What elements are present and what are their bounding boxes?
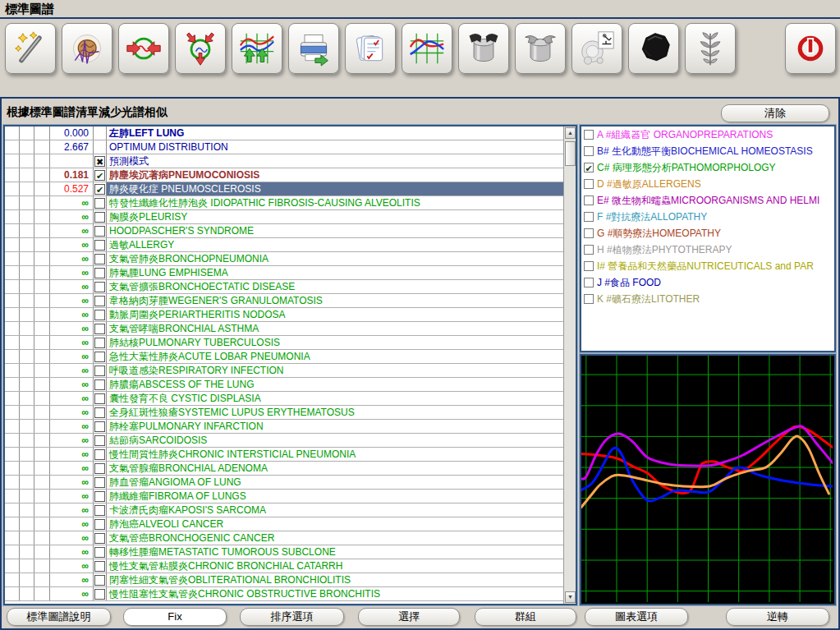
etalon-label[interactable]: 呼吸道感染RESPIRATORY INFECTION bbox=[107, 364, 563, 377]
etalon-checkbox[interactable] bbox=[94, 435, 105, 446]
toolbar-button-vegeto-test-in[interactable] bbox=[458, 23, 509, 74]
etalon-label[interactable]: OPTIMUM DISTRIBUTION bbox=[107, 140, 563, 154]
etalon-row[interactable]: ∞ 肺膿瘍ABSCESS OF THE LUNG bbox=[5, 378, 563, 392]
category-item[interactable]: K #礦石療法LITOTHER bbox=[581, 291, 834, 307]
etalon-checkbox[interactable] bbox=[94, 533, 105, 544]
etalon-row[interactable]: ✖ 預測模式 bbox=[5, 154, 563, 168]
etalon-checkbox[interactable] bbox=[94, 254, 105, 264]
clear-button[interactable]: 清除 bbox=[721, 104, 829, 122]
toolbar-button-card-index[interactable] bbox=[345, 23, 396, 74]
category-checkbox[interactable] bbox=[584, 278, 594, 287]
fix-button[interactable]: Fix bbox=[123, 608, 227, 626]
etalon-label[interactable]: 肺纖維瘤FIBROMA OF LUNGS bbox=[107, 490, 563, 503]
etalon-checkbox[interactable]: ✔ bbox=[94, 184, 105, 195]
invert-button[interactable]: 逆轉 bbox=[726, 608, 829, 626]
etalon-row[interactable]: ∞ 支氣管癌BRONCHOGENIC CANCER bbox=[5, 531, 563, 545]
etalon-checkbox[interactable] bbox=[94, 226, 105, 237]
etalon-label[interactable]: 急性大葉性肺炎ACUTE LOBAR PNEUMONIA bbox=[107, 350, 563, 363]
etalon-label[interactable]: 胸膜炎PLEURISY bbox=[107, 210, 563, 223]
toolbar-button-phyto-plant[interactable] bbox=[685, 23, 736, 74]
etalon-row[interactable]: ∞ 囊性發育不良 CYSTIC DISPLASIA bbox=[5, 392, 563, 406]
category-item[interactable]: H #植物療法PHYTOTHERAPY bbox=[581, 241, 834, 258]
etalon-checkbox[interactable] bbox=[94, 338, 105, 348]
etalon-label[interactable]: 慢性阻塞性支氣管炎CHRONIC OBSTRUCTIVE BRONCHITIS bbox=[107, 587, 563, 600]
toolbar-button-etalon-correction[interactable] bbox=[232, 23, 282, 74]
etalon-row[interactable]: ∞ 支氣管擴張BRONCHOECTATIC DISEASE bbox=[5, 280, 563, 294]
etalon-label[interactable]: 全身紅斑性狼瘡SYSTEMIC LUPUS ERYTHEMATOSUS bbox=[107, 406, 563, 419]
etalon-label[interactable]: 肺炎硬化症 PNEUMOSCLEROSIS bbox=[107, 182, 563, 195]
etalon-row[interactable]: 0.000 左肺LEFT LUNG bbox=[5, 126, 563, 140]
etalon-checkbox[interactable] bbox=[94, 505, 105, 516]
etalon-row[interactable]: ∞ 支氣管哮喘BRONCHIAL ASTHMA bbox=[5, 322, 563, 336]
toolbar-button-print[interactable] bbox=[288, 23, 339, 74]
etalon-checkbox[interactable] bbox=[94, 547, 105, 558]
etalon-info-button[interactable]: 標準圖譜說明 bbox=[7, 608, 111, 626]
etalon-checkbox[interactable] bbox=[94, 268, 105, 278]
toolbar-button-litho-stone[interactable] bbox=[628, 23, 679, 74]
etalon-checkbox[interactable] bbox=[94, 449, 105, 460]
toolbar-button-power-off[interactable] bbox=[785, 23, 836, 74]
category-checkbox[interactable] bbox=[584, 179, 594, 189]
scroll-up-arrow-icon[interactable]: ▲ bbox=[565, 127, 576, 139]
etalon-row[interactable]: ∞ 支氣管腺瘤BRONCHIAL ADENOMA bbox=[5, 462, 563, 476]
etalon-label[interactable]: 肺塵埃沉著病PNEUMOCONIOSIS bbox=[107, 168, 563, 182]
group-button[interactable]: 群組 bbox=[475, 608, 576, 626]
toolbar-button-brain[interactable] bbox=[62, 23, 112, 74]
etalon-label[interactable]: 肺結核PULMONARY TUBERCULOSIS bbox=[107, 336, 563, 349]
etalon-checkbox[interactable]: ✖ bbox=[94, 156, 105, 167]
etalon-label[interactable]: 肺膿瘍ABSCESS OF THE LUNG bbox=[107, 378, 563, 391]
etalon-row[interactable]: 0.527 ✔ 肺炎硬化症 PNEUMOSCLEROSIS bbox=[5, 182, 563, 196]
etalon-row[interactable]: ∞ 轉移性腫瘤METASTATIC TUMOROUS SUBCLONE bbox=[5, 545, 563, 559]
etalon-row[interactable]: ∞ 慢性支氣管粘膜炎CHRONIC BRONCHIAL CATARRH bbox=[5, 559, 563, 573]
category-checkbox[interactable] bbox=[584, 195, 594, 205]
category-checkbox[interactable] bbox=[584, 261, 594, 271]
category-item[interactable]: ✔ C# 病理形態分析PATHOMORPHOLOGY bbox=[581, 159, 834, 176]
etalon-label[interactable]: 肺泡癌ALVEOLI CANCER bbox=[107, 517, 563, 531]
etalon-label[interactable]: HOODPASCHER'S SYNDROME bbox=[107, 224, 563, 237]
etalon-label[interactable]: 肺血管瘤ANGIOMA OF LUNG bbox=[107, 476, 563, 489]
etalon-row[interactable]: ∞ 肺泡癌ALVEOLI CANCER bbox=[5, 517, 563, 531]
etalon-row[interactable]: ∞ HOODPASCHER'S SYNDROME bbox=[5, 224, 563, 238]
etalon-checkbox[interactable] bbox=[94, 282, 105, 292]
etalon-checkbox[interactable] bbox=[94, 352, 105, 362]
etalon-row[interactable]: ∞ 肺栓塞PULMONARY INFARCTION bbox=[5, 420, 563, 434]
etalon-label[interactable]: 特發性纖維化性肺泡炎 IDIOPATHIC FIBROSIS-CAUSING A… bbox=[107, 196, 563, 209]
etalon-list-scrollbar[interactable]: ▲ ▼ bbox=[563, 126, 576, 604]
etalon-row[interactable]: ∞ 胸膜炎PLEURISY bbox=[5, 210, 563, 224]
etalon-row[interactable]: ∞ 結節病SARCOIDOSIS bbox=[5, 434, 563, 448]
etalon-checkbox[interactable] bbox=[94, 310, 105, 320]
etalon-row[interactable]: ∞ 肺結核PULMONARY TUBERCULOSIS bbox=[5, 336, 563, 350]
etalon-label[interactable]: 結節病SARCOIDOSIS bbox=[107, 434, 563, 447]
etalon-checkbox[interactable] bbox=[94, 575, 105, 586]
etalon-checkbox[interactable] bbox=[94, 198, 105, 209]
etalon-label[interactable]: 支氣管哮喘BRONCHIAL ASTHMA bbox=[107, 322, 563, 335]
etalon-checkbox[interactable] bbox=[94, 296, 105, 306]
etalon-label[interactable]: 肺氣腫LUNG EMPHISEMA bbox=[107, 266, 563, 279]
category-item[interactable]: E# 微生物和蠕蟲MICROORGANISMS AND HELMI bbox=[581, 192, 834, 209]
sort-options-button[interactable]: 排序選項 bbox=[240, 608, 344, 626]
toolbar-button-compare-etalon[interactable] bbox=[118, 23, 169, 74]
category-item[interactable]: I# 營養品和天然藥品NUTRICEUTICALS and PAR bbox=[581, 258, 834, 274]
etalon-label[interactable]: 肺栓塞PULMONARY INFARCTION bbox=[107, 420, 563, 433]
etalon-row[interactable]: ∞ 全身紅斑性狼瘡SYSTEMIC LUPUS ERYTHEMATOSUS bbox=[5, 406, 563, 420]
toolbar-button-microorganism-scope[interactable] bbox=[571, 23, 622, 74]
etalon-row[interactable]: ∞ 卡波濟氏肉瘤KAPOSI'S SARCOMA bbox=[5, 504, 563, 517]
etalon-row[interactable]: ∞ 動脈周圍炎PERIARTHERITIS NODOSA bbox=[5, 308, 563, 322]
category-item[interactable]: A #組織器官 ORGANOPREPARATIONS bbox=[581, 126, 834, 143]
etalon-label[interactable]: 動脈周圍炎PERIARTHERITIS NODOSA bbox=[107, 308, 563, 321]
etalon-checkbox[interactable] bbox=[94, 463, 105, 474]
etalon-label[interactable]: 轉移性腫瘤METASTATIC TUMOROUS SUBCLONE bbox=[107, 545, 563, 559]
etalon-row[interactable]: ∞ 急性大葉性肺炎ACUTE LOBAR PNEUMONIA bbox=[5, 350, 563, 364]
etalon-label[interactable]: 卡波濟氏肉瘤KAPOSI'S SARCOMA bbox=[107, 504, 563, 517]
etalon-checkbox[interactable] bbox=[94, 421, 105, 432]
etalon-checkbox[interactable] bbox=[94, 519, 105, 530]
etalon-label[interactable]: 左肺LEFT LUNG bbox=[107, 126, 563, 140]
etalon-checkbox[interactable] bbox=[94, 561, 105, 572]
etalon-label[interactable]: 支氣管腺瘤BRONCHIAL ADENOMA bbox=[107, 462, 563, 475]
etalon-row[interactable]: ∞ 肺纖維瘤FIBROMA OF LUNGS bbox=[5, 490, 563, 504]
etalon-checkbox[interactable] bbox=[94, 393, 105, 404]
category-item[interactable]: G #順勢療法HOMEOPATHY bbox=[581, 225, 834, 241]
etalon-checkbox[interactable] bbox=[94, 407, 105, 418]
category-checkbox[interactable] bbox=[584, 245, 594, 255]
category-item[interactable]: F #對抗療法ALLOPATHY bbox=[581, 209, 834, 225]
